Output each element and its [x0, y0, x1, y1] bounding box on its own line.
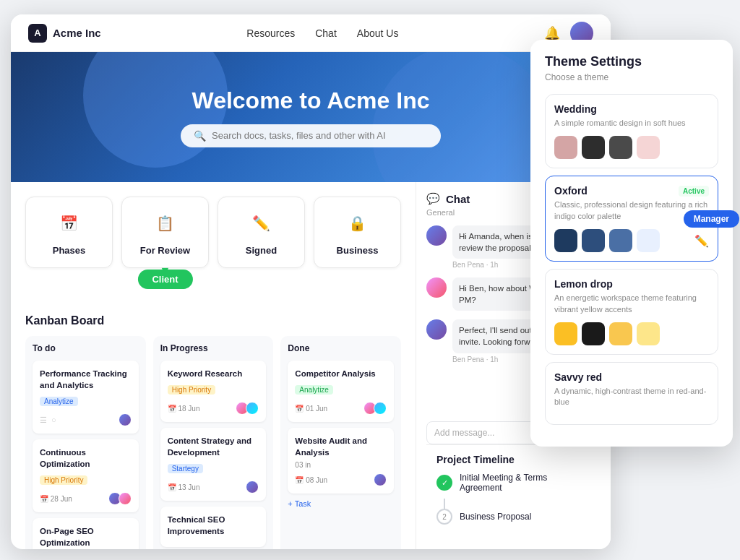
- quick-actions: 📅 Phases 📋 For Review ▼ Client ✏️ Signed: [25, 197, 401, 268]
- card-tag: Startegy: [168, 464, 203, 473]
- card-tag: Analytize: [295, 385, 333, 395]
- timeline-item: ✓ Initial Meeting & Terms Agreement: [436, 473, 590, 493]
- theme-option-header: Savvy red: [554, 371, 709, 383]
- timeline-check-icon: ✓: [436, 475, 452, 491]
- search-input[interactable]: [212, 130, 428, 141]
- timeline-section: Project Timeline ✓ Initial Meeting & Ter…: [426, 444, 601, 539]
- active-badge: Active: [679, 186, 709, 197]
- theme-desc: A simple romantic design in soft hues: [554, 118, 709, 129]
- card-meta: 📅 28 Jun: [40, 492, 132, 505]
- theme-name: Lemon drop: [554, 278, 613, 290]
- avatars-row: [108, 492, 132, 505]
- card-title: On-Page SEO Optimization: [40, 525, 132, 548]
- color-swatch-4: [637, 136, 660, 159]
- business-label: Business: [337, 245, 379, 256]
- action-phases[interactable]: 📅 Phases: [25, 197, 113, 268]
- msg-avatar-1: [426, 225, 447, 246]
- kanban-card[interactable]: Website Audit and Analysis 03 in 📅 08 Ju…: [288, 428, 394, 494]
- for-review-label: For Review: [140, 245, 190, 256]
- theme-option-header: Wedding: [554, 103, 709, 115]
- theme-settings-panel: Theme Settings Choose a theme Wedding A …: [530, 40, 733, 447]
- nav-links: Resources Chat About Us: [246, 27, 398, 39]
- avatar-2: [119, 492, 132, 505]
- card-icons: ☰ ○: [40, 415, 56, 425]
- avatar-1: [374, 473, 387, 486]
- add-task-button-done[interactable]: + Task: [288, 499, 311, 508]
- business-icon: 🔒: [343, 209, 372, 238]
- color-swatch-1: [554, 136, 577, 159]
- kanban-card[interactable]: Keyword Research High Priority 📅 18 Jun: [160, 361, 267, 422]
- kanban-card[interactable]: Continuous Optimization High Priority 📅 …: [33, 439, 139, 512]
- kanban-card[interactable]: On-Page SEO Optimization ☰ 🔗: [33, 518, 139, 549]
- bell-icon[interactable]: 🔔: [544, 25, 560, 41]
- signed-icon: ✏️: [247, 209, 276, 238]
- kanban-col-inprogress: In Progress Keyword Research High Priori…: [153, 336, 274, 549]
- card-tag: High Priority: [40, 475, 87, 485]
- list-icon: ☰: [40, 415, 47, 425]
- main-content: 📅 Phases 📋 For Review ▼ Client ✏️ Signed: [11, 182, 611, 549]
- col-done-title: Done: [288, 343, 394, 353]
- kanban-col-todo: To do Performance Tracking and Analytics…: [25, 336, 146, 549]
- color-swatch-4: [637, 322, 660, 345]
- edit-theme-icon[interactable]: ✏️: [694, 234, 709, 248]
- client-button[interactable]: Client: [137, 270, 192, 289]
- color-swatch-2: [582, 229, 605, 252]
- msg-time: 1h: [490, 356, 498, 363]
- card-date: 📅 28 Jun: [40, 495, 72, 503]
- nav-chat[interactable]: Chat: [315, 27, 337, 39]
- action-signed[interactable]: ✏️ Signed: [218, 197, 305, 268]
- kanban-title: Kanban Board: [25, 314, 401, 327]
- logo-area[interactable]: A Acme Inc: [28, 24, 101, 43]
- left-panel: 📅 Phases 📋 For Review ▼ Client ✏️ Signed: [11, 182, 416, 549]
- card-date: 📅 01 Jun: [295, 405, 327, 413]
- search-bar[interactable]: 🔍: [181, 124, 441, 147]
- avatars-row: [363, 402, 387, 415]
- hero-title: Welcome to Acme Inc: [192, 87, 430, 114]
- avatar-1: [119, 413, 132, 426]
- for-review-icon: 📋: [151, 209, 180, 238]
- theme-colors: ✏️: [554, 229, 709, 252]
- msg-sender: Ben Pena: [452, 356, 484, 363]
- msg-time: 1h: [490, 261, 498, 269]
- logo-icon: A: [28, 24, 47, 43]
- color-swatch-3: [609, 229, 632, 252]
- theme-panel-subtitle: Choose a theme: [545, 72, 718, 82]
- color-swatch-1: [554, 322, 577, 345]
- theme-desc: A dynamic, high-contrast theme in red-an…: [554, 386, 709, 408]
- top-nav: A Acme Inc Resources Chat About Us 🔔: [11, 14, 611, 52]
- card-title: Technical SEO Improvements: [168, 514, 259, 537]
- avatars-row: [236, 402, 259, 415]
- timeline-label: Business Proposal: [460, 512, 531, 522]
- theme-option-wedding[interactable]: Wedding A simple romantic design in soft…: [545, 94, 718, 168]
- kanban-card[interactable]: Content Strategy and Development Starteg…: [160, 428, 267, 501]
- timeline-label: Initial Meeting & Terms Agreement: [460, 473, 590, 493]
- kanban-col-done: Done Competitor Analysis Analytize 📅 01 …: [280, 336, 401, 549]
- chat-icon: 💬: [426, 192, 440, 205]
- color-swatch-4: [637, 229, 660, 252]
- nav-about[interactable]: About Us: [357, 27, 399, 39]
- theme-colors: [554, 136, 709, 159]
- action-for-review[interactable]: 📋 For Review ▼ Client: [121, 197, 209, 268]
- action-business[interactable]: 🔒 Business: [314, 197, 401, 268]
- theme-option-oxford[interactable]: Oxford Active Classic, professional desi…: [545, 176, 718, 262]
- theme-option-savvy-red[interactable]: Savvy red A dynamic, high-contrast theme…: [545, 362, 718, 425]
- color-swatch-1: [554, 229, 577, 252]
- col-todo-title: To do: [33, 343, 139, 353]
- app-name: Acme Inc: [53, 27, 101, 39]
- card-meta: ☰ ○: [40, 413, 132, 426]
- theme-option-lemon-drop[interactable]: Lemon drop An energetic workspace theme …: [545, 269, 718, 355]
- kanban-card[interactable]: Technical SEO Improvements: [160, 507, 267, 547]
- card-title: Content Strategy and Development: [168, 435, 259, 458]
- nav-resources[interactable]: Resources: [246, 27, 295, 39]
- kanban-card[interactable]: Performance Tracking and Analytics Analy…: [33, 361, 139, 434]
- kanban-card[interactable]: Competitor Analysis Analytize 📅 01 Jun: [288, 361, 394, 422]
- msg-sender: Ben Pena: [452, 261, 484, 269]
- avatars-row: [119, 413, 132, 426]
- theme-option-header: Lemon drop: [554, 278, 709, 290]
- card-title: Performance Tracking and Analytics: [40, 368, 132, 391]
- theme-name: Wedding: [554, 103, 597, 115]
- theme-name: Oxford: [554, 185, 588, 197]
- color-swatch-3: [609, 322, 632, 345]
- circle-icon: ○: [51, 415, 56, 425]
- card-meta: 📅 13 Jun: [168, 481, 259, 494]
